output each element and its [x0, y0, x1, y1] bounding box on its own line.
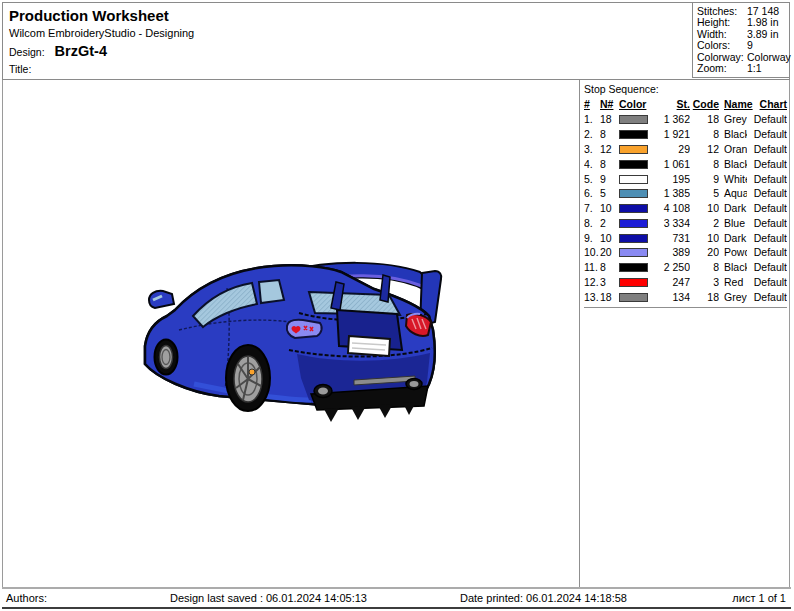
license-plate	[348, 336, 390, 356]
row-chart: Default	[747, 201, 787, 216]
color-swatch	[619, 278, 648, 287]
stat-row: Colors:9	[697, 40, 786, 51]
row-needle: 3	[600, 275, 619, 290]
row-chart: Default	[747, 230, 787, 245]
stat-label: Height:	[697, 17, 747, 28]
app-subtitle: Wilcom EmbroideryStudio - Designing	[9, 27, 783, 39]
stop-sequence-row: 2.81 9218BlackDefault	[584, 127, 787, 142]
title-label: Title:	[9, 63, 31, 75]
row-stitch-count: 731	[655, 230, 690, 245]
color-swatch	[619, 189, 648, 198]
stat-value: 9	[747, 40, 786, 51]
row-color-name: White	[719, 171, 747, 186]
row-color-cell	[619, 201, 655, 216]
row-needle: 20	[600, 245, 619, 260]
stop-sequence-row: 6.51 3855AquaDefault	[584, 186, 787, 201]
color-swatch	[619, 160, 648, 169]
row-chart: Default	[747, 215, 787, 230]
color-swatch	[619, 115, 648, 124]
side-mirror-icon	[149, 291, 174, 308]
stop-sequence-row: 4.81 0618BlackDefault	[584, 156, 787, 171]
row-number: 9.	[584, 230, 600, 245]
row-color-name: Dark Blue	[719, 201, 747, 216]
row-color-cell	[619, 215, 655, 230]
row-needle: 12	[600, 142, 619, 157]
color-swatch	[619, 145, 648, 154]
rear-wheel	[226, 345, 270, 411]
stop-sequence-row: 5.91959WhiteDefault	[584, 171, 787, 186]
row-color-name: Orange	[719, 142, 747, 157]
col-color: Color	[619, 98, 655, 112]
stop-sequence-body: 1.181 36218GreyDefault2.81 9218BlackDefa…	[584, 112, 787, 304]
row-number: 11.	[584, 260, 600, 275]
row-color-cell	[619, 230, 655, 245]
exhaust-left	[314, 385, 332, 398]
row-code: 18	[690, 112, 719, 127]
stop-sequence-row: 3.122912OrangeDefault	[584, 142, 787, 157]
row-color-name: Blue	[719, 215, 747, 230]
design-preview-area	[3, 80, 579, 591]
row-color-cell	[619, 245, 655, 260]
color-swatch	[619, 234, 648, 243]
row-number: 4.	[584, 156, 600, 171]
stat-row: Stitches:17 148	[697, 6, 786, 17]
row-chart: Default	[747, 260, 787, 275]
row-stitch-count: 4 108	[655, 201, 690, 216]
title-row: Title:	[9, 63, 783, 75]
stop-sequence-header-row: # N# Color St. Code Name Chart	[584, 98, 787, 112]
row-number: 2.	[584, 127, 600, 142]
stat-row: Colorway:Colorway 1	[697, 52, 786, 63]
design-row: Design: BrzGt-4	[9, 43, 783, 59]
stat-row: Width:3.89 in	[697, 29, 786, 40]
row-needle: 8	[600, 127, 619, 142]
row-color-cell	[619, 275, 655, 290]
row-color-name: Aqua	[719, 186, 747, 201]
row-stitch-count: 2 250	[655, 260, 690, 275]
row-number: 7.	[584, 201, 600, 216]
row-needle: 10	[600, 201, 619, 216]
row-number: 3.	[584, 142, 600, 157]
col-needle: N#	[600, 98, 619, 112]
stat-row: Zoom:1:1	[697, 63, 786, 74]
row-color-name: Red	[719, 275, 747, 290]
row-code: 10	[690, 201, 719, 216]
stop-sequence-row: 12.32473RedDefault	[584, 275, 787, 290]
stat-value: Colorway 1	[747, 52, 794, 63]
stat-label: Colorway:	[697, 52, 747, 63]
stat-value: 1.98 in	[747, 17, 786, 28]
date-printed-text: Date printed: 06.01.2024 14:18:58	[460, 592, 627, 604]
row-stitch-count: 1 921	[655, 127, 690, 142]
col-chart: Chart	[747, 98, 787, 112]
row-color-cell	[619, 112, 655, 127]
stat-value: 3.89 in	[747, 29, 786, 40]
production-worksheet-page: Production Worksheet Wilcom EmbroiderySt…	[0, 0, 794, 611]
color-swatch	[619, 293, 648, 302]
row-stitch-count: 1 061	[655, 156, 690, 171]
row-needle: 10	[600, 230, 619, 245]
row-code: 5	[690, 186, 719, 201]
row-number: 10.	[584, 245, 600, 260]
row-number: 8.	[584, 215, 600, 230]
stat-label: Stitches:	[697, 6, 747, 17]
page-indicator: лист 1 of 1	[732, 592, 786, 604]
stat-value: 1:1	[747, 63, 786, 74]
stop-sequence-table-wrap: # N# Color St. Code Name Chart 1.181 362…	[584, 98, 787, 308]
row-color-name: Grey	[719, 289, 747, 304]
row-number: 5.	[584, 171, 600, 186]
row-code: 3	[690, 275, 719, 290]
row-color-name: Powder Blue	[719, 245, 747, 260]
stop-sequence-row: 7.104 10810Dark BlueDefault	[584, 201, 787, 216]
row-color-cell	[619, 156, 655, 171]
last-saved-text: Design last saved : 06.01.2024 14:05:13	[170, 592, 367, 604]
stop-sequence-row: 10.2038920Powder BlueDefault	[584, 245, 787, 260]
stop-sequence-row: 13.1813418GreyDefault	[584, 289, 787, 304]
stop-sequence-panel: Stop Sequence: # N# Color St. Code Name …	[579, 80, 789, 591]
stat-value: 17 148	[747, 6, 786, 17]
stop-sequence-title: Stop Sequence:	[584, 83, 787, 95]
design-label: Design:	[9, 46, 45, 58]
stop-sequence-table: # N# Color St. Code Name Chart 1.181 362…	[584, 98, 787, 304]
row-chart: Default	[747, 245, 787, 260]
row-needle: 8	[600, 260, 619, 275]
row-code: 8	[690, 127, 719, 142]
stop-sequence-row: 8.23 3342BlueDefault	[584, 215, 787, 230]
